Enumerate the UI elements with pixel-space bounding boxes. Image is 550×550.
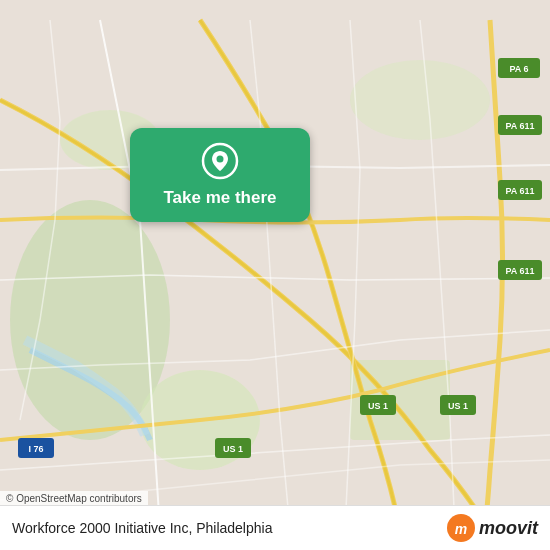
attribution-text: © OpenStreetMap contributors <box>6 493 142 504</box>
moovit-logo-text: moovit <box>479 518 538 539</box>
map-attribution: © OpenStreetMap contributors <box>0 491 148 506</box>
moovit-logo: m moovit <box>447 514 538 542</box>
moovit-logo-icon: m <box>447 514 475 542</box>
bottom-bar: Workforce 2000 Initiative Inc, Philadelp… <box>0 505 550 550</box>
svg-text:US 1: US 1 <box>448 401 468 411</box>
map-background: PA 6 PA 611 PA 611 PA 611 US 1 US 1 I 76… <box>0 0 550 550</box>
svg-point-5 <box>350 60 490 140</box>
map-container: PA 6 PA 611 PA 611 PA 611 US 1 US 1 I 76… <box>0 0 550 550</box>
svg-text:m: m <box>455 521 467 537</box>
svg-text:PA 611: PA 611 <box>505 186 534 196</box>
take-me-there-button[interactable]: Take me there <box>130 128 310 222</box>
svg-point-23 <box>217 156 224 163</box>
svg-text:PA 611: PA 611 <box>505 266 534 276</box>
take-me-there-label: Take me there <box>163 188 276 208</box>
svg-text:I 76: I 76 <box>28 444 43 454</box>
place-name: Workforce 2000 Initiative Inc, Philadelp… <box>12 520 272 536</box>
svg-text:PA 611: PA 611 <box>505 121 534 131</box>
svg-text:US 1: US 1 <box>368 401 388 411</box>
svg-text:US 1: US 1 <box>223 444 243 454</box>
location-pin-icon <box>201 142 239 180</box>
svg-text:PA 6: PA 6 <box>509 64 528 74</box>
